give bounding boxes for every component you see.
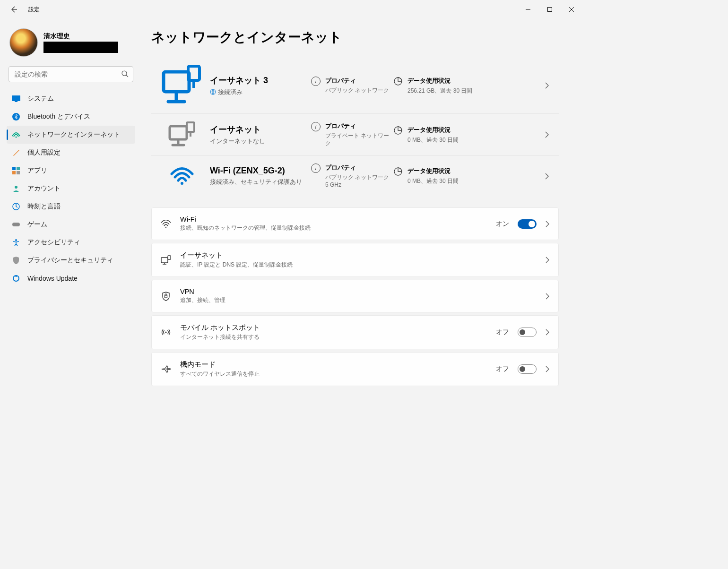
chevron-right-icon xyxy=(545,366,550,372)
wifi-connected-icon xyxy=(156,167,208,186)
hotspot-toggle[interactable] xyxy=(518,328,537,337)
chevron-right-icon xyxy=(545,221,550,227)
content-area: ネットワークとインターネット イーサネット 3 接続済み i プロパティ パブリ… xyxy=(142,19,582,455)
connection-properties-link[interactable]: i プロパティ パブリック ネットワーク 5 GHz xyxy=(311,164,391,189)
airplane-toggle[interactable] xyxy=(518,364,537,374)
settings-row-ethernet[interactable]: イーサネット 認証、IP 設定と DNS 設定、従量制課金接続 xyxy=(151,243,559,277)
settings-row-vpn[interactable]: VPN 追加、接続、管理 xyxy=(151,280,559,312)
svg-rect-8 xyxy=(12,171,16,174)
sidebar-item-accounts[interactable]: アカウント xyxy=(7,180,135,198)
sidebar-item-label: ゲーム xyxy=(27,220,47,229)
sidebar-item-apps[interactable]: アプリ xyxy=(7,162,135,180)
hotspot-icon xyxy=(160,328,172,336)
svg-point-22 xyxy=(181,182,183,185)
wifi-icon xyxy=(160,220,172,228)
minimize-button[interactable] xyxy=(517,0,539,19)
sidebar-item-system[interactable]: システム xyxy=(7,90,135,108)
row-subtitle: 認証、IP 設定と DNS 設定、従量制課金接続 xyxy=(180,261,537,269)
data-usage-icon xyxy=(393,167,403,176)
globe-clock-icon xyxy=(11,202,21,211)
network-icon xyxy=(11,130,21,139)
sidebar-item-gaming[interactable]: ゲーム xyxy=(7,216,135,233)
search-box[interactable] xyxy=(9,66,133,82)
connection-usage-link[interactable]: データ使用状況 0 MB、過去 30 日間 xyxy=(393,126,538,144)
wifi-state-label: オン xyxy=(496,220,509,228)
maximize-button[interactable] xyxy=(539,0,561,19)
svg-rect-6 xyxy=(12,167,16,170)
svg-rect-25 xyxy=(161,258,168,263)
apps-icon xyxy=(11,166,21,175)
sidebar-item-bluetooth[interactable]: Bluetooth とデバイス xyxy=(7,108,135,126)
sidebar-item-personalization[interactable]: 個人用設定 xyxy=(7,144,135,162)
connection-card-wifi[interactable]: Wi-Fi (ZENX_5G-2) 接続済み、セキュリティ保護あり i プロパテ… xyxy=(151,156,559,196)
sidebar-item-label: アプリ xyxy=(27,166,47,175)
svg-rect-12 xyxy=(12,223,20,226)
account-block[interactable]: 清水理史 xyxy=(7,19,135,64)
back-button[interactable] xyxy=(9,5,18,14)
svg-rect-26 xyxy=(168,256,171,259)
connection-card-ethernet3[interactable]: イーサネット 3 接続済み i プロパティ パブリック ネットワーク データ使用… xyxy=(151,58,559,114)
connection-name: イーサネット 3 xyxy=(210,75,309,86)
row-subtitle: すべてのワイヤレス通信を停止 xyxy=(180,370,487,378)
svg-rect-3 xyxy=(15,101,17,102)
page-title: ネットワークとインターネット xyxy=(151,28,559,46)
svg-point-5 xyxy=(16,137,17,138)
usage-sub: 0 MB、過去 30 日間 xyxy=(407,136,459,144)
row-title: 機内モード xyxy=(180,360,487,369)
sidebar-item-network[interactable]: ネットワークとインターネット xyxy=(7,126,135,144)
search-input[interactable] xyxy=(9,66,133,82)
row-title: VPN xyxy=(180,288,537,295)
connection-name: イーサネット xyxy=(210,124,309,135)
svg-rect-7 xyxy=(17,167,20,170)
settings-row-hotspot[interactable]: モバイル ホットスポット インターネット接続を共有する オフ xyxy=(151,315,559,349)
close-button[interactable] xyxy=(561,0,582,19)
connection-properties-link[interactable]: i プロパティ パブリック ネットワーク xyxy=(311,77,391,95)
brush-icon xyxy=(11,148,21,157)
properties-title: プロパティ xyxy=(325,122,391,130)
sidebar-item-accessibility[interactable]: アクセシビリティ xyxy=(7,233,135,251)
svg-rect-19 xyxy=(170,126,187,139)
sidebar: 清水理史 システム Bluetooth とデバイス ネットワークとインターネット… xyxy=(0,19,142,455)
gamepad-icon xyxy=(11,220,21,229)
titlebar: 設定 xyxy=(0,0,582,19)
chevron-right-icon xyxy=(540,173,554,180)
properties-sub: パブリック ネットワーク 5 GHz xyxy=(325,174,389,189)
connection-name: Wi-Fi (ZENX_5G-2) xyxy=(210,166,309,176)
chevron-right-icon xyxy=(545,257,550,263)
sidebar-item-privacy[interactable]: プライバシーとセキュリティ xyxy=(7,251,135,269)
window-title: 設定 xyxy=(28,6,40,14)
svg-rect-15 xyxy=(164,72,189,92)
account-email-redacted xyxy=(43,42,118,53)
search-icon xyxy=(121,70,129,78)
settings-row-wifi[interactable]: Wi-Fi 接続、既知のネットワークの管理、従量制課金接続 オン xyxy=(151,207,559,240)
bluetooth-icon xyxy=(11,112,21,121)
connection-properties-link[interactable]: i プロパティ プライベート ネットワーク xyxy=(311,122,391,147)
row-title: Wi-Fi xyxy=(180,216,487,223)
properties-sub: プライベート ネットワーク xyxy=(325,132,391,147)
row-title: イーサネット xyxy=(180,251,537,260)
connection-card-ethernet[interactable]: イーサネット インターネットなし i プロパティ プライベート ネットワーク デ… xyxy=(151,114,559,156)
connection-usage-link[interactable]: データ使用状況 0 MB、過去 30 日間 xyxy=(393,167,538,185)
svg-rect-9 xyxy=(17,171,20,174)
connection-usage-link[interactable]: データ使用状況 256.21 GB、過去 30 日間 xyxy=(393,77,538,95)
sidebar-item-label: プライバシーとセキュリティ xyxy=(27,256,113,265)
settings-row-airplane[interactable]: 機内モード すべてのワイヤレス通信を停止 オフ xyxy=(151,352,559,386)
properties-sub: パブリック ネットワーク xyxy=(325,87,389,95)
update-icon xyxy=(11,274,21,283)
svg-point-1 xyxy=(122,71,127,76)
sidebar-item-time-language[interactable]: 時刻と言語 xyxy=(7,198,135,216)
system-icon xyxy=(11,94,21,103)
ethernet-disconnected-icon xyxy=(156,121,208,148)
data-usage-icon xyxy=(393,126,403,135)
svg-point-13 xyxy=(15,239,17,241)
chevron-right-icon xyxy=(540,82,554,89)
wifi-toggle[interactable] xyxy=(518,219,537,229)
svg-rect-2 xyxy=(12,95,20,101)
info-icon: i xyxy=(311,77,321,86)
sidebar-item-label: 個人用設定 xyxy=(27,148,61,157)
sidebar-item-label: 時刻と言語 xyxy=(27,202,61,211)
usage-sub: 256.21 GB、過去 30 日間 xyxy=(407,87,472,95)
sidebar-item-windows-update[interactable]: Windows Update xyxy=(7,269,135,287)
row-title: モバイル ホットスポット xyxy=(180,323,487,332)
data-usage-icon xyxy=(393,77,403,86)
